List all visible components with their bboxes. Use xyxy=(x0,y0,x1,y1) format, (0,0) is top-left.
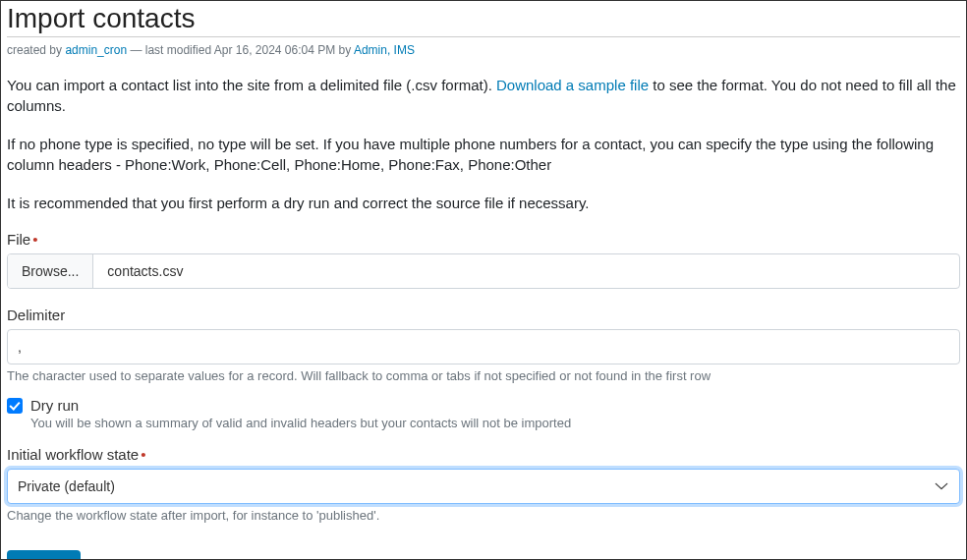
byline-modifier-link[interactable]: Admin, IMS xyxy=(354,43,415,57)
dry-run-help: You will be shown a summary of valid and… xyxy=(30,416,960,430)
workflow-select-wrap: Private (default) xyxy=(7,469,960,504)
dry-run-checkbox[interactable] xyxy=(7,398,23,414)
byline-modified-date: Apr 16, 2024 06:04 PM xyxy=(214,43,335,57)
dry-run-row: Dry run xyxy=(7,397,960,414)
delimiter-label: Delimiter xyxy=(7,307,960,323)
byline-by: by xyxy=(335,43,354,57)
workflow-label: Initial workflow state• xyxy=(7,446,960,463)
file-input-group: Browse... contacts.csv xyxy=(7,253,960,289)
download-sample-link[interactable]: Download a sample file xyxy=(496,77,649,93)
byline: created by admin_cron — last modified Ap… xyxy=(7,43,960,57)
submit-row: Import xyxy=(7,550,960,560)
workflow-label-text: Initial workflow state xyxy=(7,446,139,463)
page-title: Import contacts xyxy=(7,3,960,37)
intro-paragraph-1: You can import a contact list into the s… xyxy=(7,75,960,116)
import-contacts-page: Import contacts created by admin_cron — … xyxy=(0,0,967,560)
delimiter-input[interactable] xyxy=(7,329,960,364)
intro-paragraph-3: It is recommended that you first perform… xyxy=(7,193,960,213)
intro-text-1a: You can import a contact list into the s… xyxy=(7,77,496,93)
byline-creator-link[interactable]: admin_cron xyxy=(65,43,127,57)
intro-paragraph-2: If no phone type is specified, no type w… xyxy=(7,134,960,175)
file-label-text: File xyxy=(7,231,30,248)
byline-mid: — last modified xyxy=(127,43,214,57)
import-button[interactable]: Import xyxy=(7,550,81,560)
required-icon: • xyxy=(141,446,145,463)
delimiter-help: The character used to separate values fo… xyxy=(7,368,960,383)
browse-button[interactable]: Browse... xyxy=(8,254,93,288)
file-name-display: contacts.csv xyxy=(93,254,959,288)
workflow-select[interactable]: Private (default) xyxy=(7,469,960,504)
byline-created-prefix: created by xyxy=(7,43,65,57)
workflow-selected-value: Private (default) xyxy=(18,478,115,494)
workflow-help: Change the workflow state after import, … xyxy=(7,508,960,523)
dry-run-label: Dry run xyxy=(30,397,79,414)
file-label: File• xyxy=(7,231,960,248)
required-icon: • xyxy=(32,231,37,248)
